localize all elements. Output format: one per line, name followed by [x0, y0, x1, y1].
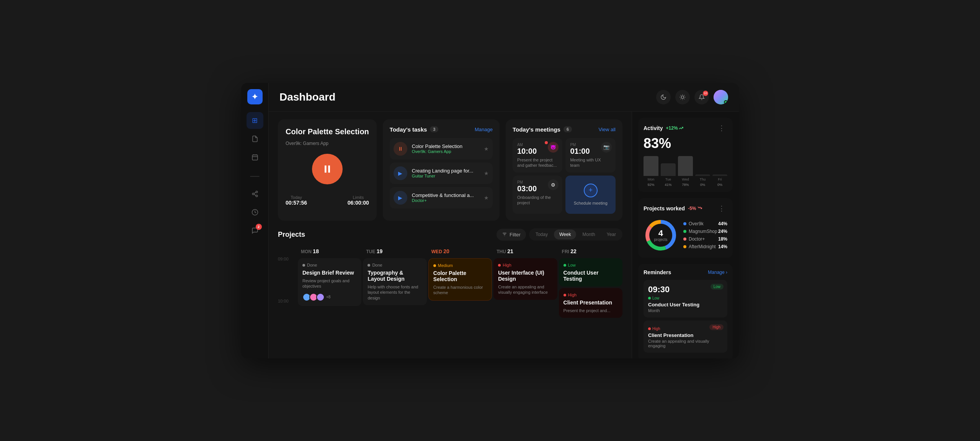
reminders-header: Reminders Manage ›: [644, 269, 727, 275]
reminder-dot-1: [648, 327, 651, 330]
meetings-card-title: Today's meetings 6: [513, 126, 572, 133]
pw-badge: -5%: [688, 205, 702, 211]
pw-content: 4 projects Over9k 44%: [644, 218, 727, 252]
project-card-color-palette[interactable]: Medium Color Palette Selection Create a …: [428, 258, 492, 301]
project-card-design-brief[interactable]: Done Design Brief Review Review project …: [298, 258, 361, 306]
pw-legend: Over9k 44% MagnumShop 24%: [683, 221, 727, 249]
tab-month[interactable]: Month: [577, 229, 600, 239]
meeting-item-2[interactable]: ⚙ PM 03:00 Onboarding of the project: [513, 176, 563, 214]
meeting-dot-0: [545, 141, 548, 144]
svg-line-17: [681, 99, 681, 99]
bar-col-fri: Fri 0%: [712, 156, 727, 187]
schedule-plus-icon: +: [584, 184, 598, 197]
activity-title: Activity +12%: [644, 125, 683, 131]
reminders-manage-link[interactable]: Manage ›: [708, 270, 727, 275]
task-star-0[interactable]: ★: [484, 146, 489, 152]
task-icon-pause: ⏸: [394, 142, 407, 156]
meetings-count-badge: 6: [564, 126, 572, 132]
sidebar-item-document[interactable]: [247, 130, 263, 147]
sidebar: ✦ ⊞ — 2: [241, 83, 269, 358]
tasks-manage-link[interactable]: Manage: [475, 127, 493, 132]
activity-percent: 83%: [644, 135, 727, 151]
task-item-2[interactable]: ▶ Competitive & functional a... Doctor+ …: [390, 187, 493, 208]
active-task-subtitle: Over9k: Gamers App: [286, 141, 369, 146]
schedule-meeting-button[interactable]: + Schedule meeting: [565, 176, 616, 214]
svg-line-18: [684, 95, 684, 95]
meeting-item-1[interactable]: 📷 PM 01:00 Meeting with UX team: [565, 138, 616, 173]
project-card-client-presentation[interactable]: High Client Presentation Present the pro…: [559, 288, 622, 318]
day-header-tue: TUE 19: [363, 246, 426, 257]
theme-light-button[interactable]: [675, 90, 690, 104]
project-card-typography[interactable]: Done Typography & Layout Design Help wit…: [363, 258, 426, 305]
projects-section: Projects Filter Today Week Month Year: [278, 228, 622, 318]
activity-card: Activity +12% ⋮ 83% Mon: [638, 118, 733, 192]
reminder-name-1: Client Presentation: [648, 332, 723, 338]
activity-more-button[interactable]: ⋮: [716, 123, 727, 133]
meetings-viewall-link[interactable]: View all: [598, 127, 616, 132]
calendar-day-headers: MON 18 TUE 19 WED 20 THU 21 FRI 22: [298, 246, 622, 257]
reminder-item-1[interactable]: High High Client Presentation Create an …: [644, 321, 727, 353]
task-limits-section: Limits 06:00:00: [348, 195, 369, 206]
task-icon-play-2: ▶: [394, 191, 407, 205]
pw-legend-doctor: Doctor+ 18%: [683, 236, 727, 242]
task-proj-2: Doctor+: [412, 198, 479, 203]
time-labels: 09:00 10:00: [278, 257, 289, 322]
filter-button[interactable]: Filter: [497, 229, 526, 241]
pause-button[interactable]: [312, 154, 343, 184]
task-proj-1: Guitar Tuner: [412, 174, 479, 178]
task-item-1[interactable]: ▶ Creating Landing page for... Guitar Tu…: [390, 163, 493, 184]
todays-meetings-card: Today's meetings 6 View all 😈 AM: [506, 119, 622, 221]
pw-more-button[interactable]: ⋮: [716, 203, 727, 213]
sidebar-item-messages[interactable]: 2: [247, 222, 263, 239]
reminder-name-0: Conduct User Testing: [648, 302, 723, 308]
pw-header: Projects worked -5% ⋮: [644, 203, 727, 213]
bar-mon: [644, 156, 658, 176]
svg-rect-20: [328, 165, 330, 172]
sidebar-item-dashboard[interactable]: ⊞: [247, 112, 263, 129]
pw-dot-aftermidnight: [683, 245, 686, 248]
tab-week[interactable]: Week: [554, 229, 576, 239]
activity-header: Activity +12% ⋮: [644, 123, 727, 133]
sidebar-item-history[interactable]: [247, 204, 263, 221]
active-task-title: Color Palette Selection: [286, 127, 369, 136]
header: Dashboard 10: [269, 83, 739, 112]
task-star-1[interactable]: ★: [484, 170, 489, 176]
pw-dot-magnumshop: [683, 230, 686, 233]
pw-legend-magnumshop: MagnumShop 24%: [683, 229, 727, 234]
reminder-desc-1: Create an appealing and visually engagin…: [648, 339, 723, 348]
app-window: ✦ ⊞ — 2 Dashboard: [241, 83, 739, 358]
projects-worked-card: Projects worked -5% ⋮: [638, 198, 733, 258]
schedule-text: Schedule meeting: [574, 200, 608, 206]
online-indicator: [724, 100, 728, 104]
page-title: Dashboard: [279, 91, 335, 103]
pw-legend-over9k: Over9k 44%: [683, 221, 727, 226]
reminder-item-0[interactable]: Low 09:30 Low Conduct User Testing Month: [644, 280, 727, 317]
task-item-0[interactable]: ⏸ Color Palette Selection Over9k: Gamers…: [390, 138, 493, 159]
tab-year[interactable]: Year: [601, 229, 621, 239]
sidebar-item-share[interactable]: [247, 186, 263, 202]
notifications-button[interactable]: 10: [694, 90, 709, 104]
bar-wed: [678, 156, 693, 176]
sidebar-logo[interactable]: ✦: [247, 89, 263, 104]
pw-dot-doctor: [683, 238, 686, 241]
donut-center: 4 projects: [654, 229, 667, 241]
task-name-0: Color Palette Selection: [412, 143, 479, 149]
projects-section-header: Projects Filter Today Week Month Year: [278, 228, 622, 241]
main-panel: Dashboard 10: [269, 83, 739, 358]
svg-point-10: [681, 96, 684, 98]
task-star-2[interactable]: ★: [484, 195, 489, 201]
bar-tue: [661, 163, 676, 176]
sidebar-item-calendar[interactable]: [247, 149, 263, 166]
svg-rect-19: [325, 165, 327, 172]
reminders-title: Reminders: [644, 269, 671, 275]
project-card-user-testing[interactable]: Low Conduct User Testing: [559, 258, 622, 286]
reminder-desc-0: Month: [648, 308, 723, 313]
bar-col-thu: Thu 0%: [695, 156, 710, 187]
user-avatar[interactable]: [714, 90, 728, 104]
project-card-ui-design[interactable]: High User Interface (UI) Design Create a…: [493, 258, 557, 300]
svg-point-6: [256, 195, 258, 197]
notification-badge: 10: [703, 91, 708, 96]
meeting-item-0[interactable]: 😈 AM 10:00 Present the project and gathe…: [513, 138, 563, 173]
tab-today[interactable]: Today: [530, 229, 553, 239]
theme-dark-button[interactable]: [656, 90, 671, 104]
